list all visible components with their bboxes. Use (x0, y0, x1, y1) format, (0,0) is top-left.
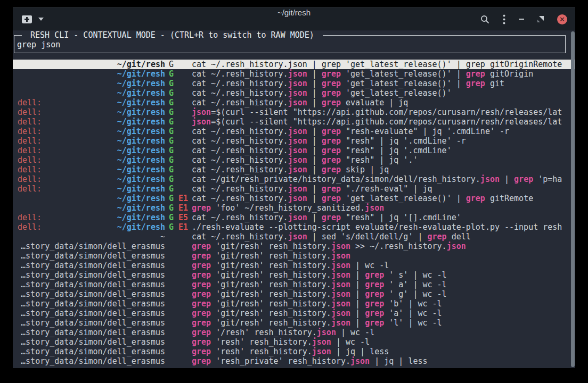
row-command-text: grep 'git/resh' resh_history.json | grep… (192, 270, 569, 280)
history-row[interactable]: …story_data/simon/dell_erasmusgrep 'git/… (13, 318, 575, 328)
restore-button[interactable] (537, 16, 544, 22)
row-flags: G E1 (169, 194, 188, 203)
row-command-text: grep 'git/resh' resh_history.json | grep… (192, 289, 569, 299)
history-row[interactable]: ~/git/reshGcat ~/.resh_history.json | gr… (13, 79, 575, 88)
history-row[interactable]: ~/git/reshG E1grep 'foo' ~/resh_history_… (13, 203, 575, 213)
row-command-text: grep 'resh' resh_history.json | wc -l (192, 337, 569, 347)
menu-button[interactable] (503, 14, 505, 24)
history-row[interactable]: dell:~/git/reshGjson=$(curl --silent "ht… (13, 107, 575, 117)
history-row[interactable]: dell:~/git/reshGcat ~/.resh_history.json… (13, 98, 575, 107)
row-command-text: cat ~/.resh_history.json | grep "resh" |… (192, 146, 569, 155)
row-command-text: grep 'resh_private' resh_history.json | … (192, 356, 569, 366)
history-row[interactable]: …story_data/simon/dell_erasmusgrep 'git/… (13, 289, 575, 299)
row-flags: G (169, 107, 174, 117)
scrollbar-thumb[interactable] (571, 31, 575, 367)
history-row[interactable]: dell:~/git/reshGcat ~/.resh_history.json… (13, 155, 575, 165)
row-directory-label: ~/git/resh (18, 194, 165, 203)
row-command-text: grep 'git/resh' resh_history.json | grep… (192, 280, 569, 289)
row-command-text: ./resh-evaluate --plotting-script evalua… (192, 222, 569, 232)
row-flags: G (169, 60, 174, 69)
row-flags: G (169, 79, 174, 88)
row-command-text: grep 'git/resh' resh_history.json | grep… (192, 309, 569, 318)
history-row[interactable]: ~/git/reshG E1cat ~/.resh_history.json |… (13, 194, 575, 203)
history-row[interactable]: …story_data/simon/dell_erasmusgrep 'resh… (13, 337, 575, 347)
row-directory-label: …story_data/simon/dell_erasmus (18, 347, 165, 356)
history-row[interactable]: dell:~/git/reshGcat ~/.resh_history.json… (13, 184, 575, 194)
history-row[interactable]: …story_data/simon/dell_erasmusgrep 'git/… (13, 242, 575, 251)
history-row[interactable]: dell:~/git/reshGcat ~/.resh_history.json… (13, 165, 575, 174)
row-flag-badge: G (169, 88, 174, 98)
row-command-text: grep 'git/resh' resh_history.json >> ~/.… (192, 242, 569, 251)
row-command-text: cat ~/.resh_history.json | grep 'get_lat… (192, 60, 569, 69)
minimize-button[interactable] (519, 19, 524, 20)
row-flag-badge: G (169, 165, 174, 174)
history-row[interactable]: dell:~/git/reshGcat ~/.resh_history.json… (13, 127, 575, 136)
row-directory-label: …story_data/simon/dell_erasmus (18, 289, 165, 299)
search-query-input[interactable]: grep json (17, 40, 60, 49)
row-directory-label: …story_data/simon/dell_erasmus (18, 309, 165, 318)
row-directory-label: ~/git/resh (18, 60, 165, 69)
terminal-screen[interactable]: RESH CLI - CONTEXTUAL MODE - (CTRL+R to … (13, 30, 575, 368)
row-flag-badge: E1 (178, 194, 188, 203)
row-directory-label: ~/git/resh (18, 79, 165, 88)
row-flag-badge: E5 (178, 213, 188, 222)
kebab-menu-icon (503, 14, 505, 24)
row-command-text: cat ~/.resh_history.json | grep "resh" |… (192, 213, 569, 222)
row-directory-label: ~/git/resh (18, 155, 165, 165)
close-button[interactable]: ✕ (557, 14, 567, 24)
history-row[interactable]: …story_data/simon/dell_erasmusgrep 'git/… (13, 261, 575, 270)
row-flags: G (169, 155, 174, 165)
row-flags: G (169, 88, 174, 98)
row-directory-label: …story_data/simon/dell_erasmus (18, 337, 165, 347)
row-directory-label: ~/git/resh (18, 136, 165, 146)
history-row[interactable]: …story_data/simon/dell_erasmusgrep 'resh… (13, 356, 575, 366)
row-directory-label: ~ (18, 232, 165, 242)
history-row[interactable]: dell:~/git/reshGcat ~/.resh_history.json… (13, 136, 575, 146)
history-row[interactable]: …story_data/simon/dell_erasmusgrep 'git/… (13, 270, 575, 280)
row-directory-label: ~/git/resh (18, 165, 165, 174)
row-command-text: cat ~/.resh_history.json | grep "resh-ev… (192, 127, 569, 136)
history-row[interactable]: dell:~/git/reshGcat ~/git/resh_private/h… (13, 174, 575, 184)
row-command-text: cat ~/.resh_history.json | grep "resh" |… (192, 155, 569, 165)
row-flags: G (169, 184, 174, 194)
row-directory-label: ~/git/resh (18, 174, 165, 184)
history-row[interactable]: ~/git/reshGcat ~/.resh_history.json | gr… (13, 69, 575, 79)
history-row[interactable]: ~/git/reshGcat ~/.resh_history.json | gr… (13, 88, 575, 98)
row-directory-label: …story_data/simon/dell_erasmus (18, 299, 165, 309)
close-icon: ✕ (557, 14, 567, 24)
minimize-icon (519, 19, 524, 20)
history-row[interactable]: dell:~/git/reshGcat ~/.resh_history.json… (13, 146, 575, 155)
row-flag-badge: G (169, 155, 174, 165)
history-row[interactable]: …story_data/simon/dell_erasmusgrep 'git/… (13, 280, 575, 289)
row-command-text: cat ~/.resh_history.json | grep skip | j… (192, 165, 569, 174)
history-row[interactable]: …story_data/simon/dell_erasmusgrep 'git/… (13, 309, 575, 318)
resh-header-box: RESH CLI - CONTEXTUAL MODE - (CTRL+R to … (14, 35, 566, 53)
history-row[interactable]: ~/git/reshGcat ~/.resh_history.json | gr… (13, 60, 575, 69)
history-row[interactable]: …story_data/simon/dell_erasmusgrep '/res… (13, 328, 575, 337)
history-row[interactable]: dell:~/git/reshG E5cat ~/.resh_history.j… (13, 213, 575, 222)
row-flags: G (169, 69, 174, 79)
history-row[interactable]: …story_data/simon/dell_erasmusgrep 'resh… (13, 347, 575, 356)
row-flag-badge: G (169, 146, 174, 155)
row-command-text: cat ~/git/resh_private/history_data/simo… (192, 174, 569, 184)
row-directory-label: …story_data/simon/dell_erasmus (18, 318, 165, 328)
search-button[interactable] (480, 15, 489, 24)
row-flags: G E5 (169, 213, 188, 222)
history-row[interactable]: dell:~/git/reshG E1./resh-evaluate --plo… (13, 222, 575, 232)
row-flags: G (169, 174, 174, 184)
row-flag-badge: G (169, 184, 174, 194)
history-row[interactable]: ~cat ~/.resh_history.json | sed 's/dell/… (13, 232, 575, 242)
history-row[interactable]: …story_data/simon/dell_erasmusgrep 'git/… (13, 299, 575, 309)
row-directory-label: ~/git/resh (18, 146, 165, 155)
row-flag-badge: G (169, 69, 174, 79)
row-flag-badge: E1 (178, 203, 188, 213)
row-directory-label: …story_data/simon/dell_erasmus (18, 280, 165, 289)
row-command-text: cat ~/.resh_history.json | grep 'get_lat… (192, 79, 569, 88)
row-command-text: cat ~/.resh_history.json | grep "resh" |… (192, 136, 569, 146)
history-row[interactable]: …story_data/simon/dell_erasmusgrep 'git/… (13, 251, 575, 261)
history-row[interactable]: dell:~/git/reshGjson=$(curl --silent "ht… (13, 117, 575, 127)
row-directory-label: ~/git/resh (18, 184, 165, 194)
row-flag-badge: G (169, 136, 174, 146)
restore-icon (537, 16, 544, 22)
row-command-text: cat ~/.resh_history.json | grep "./resh-… (192, 184, 569, 194)
